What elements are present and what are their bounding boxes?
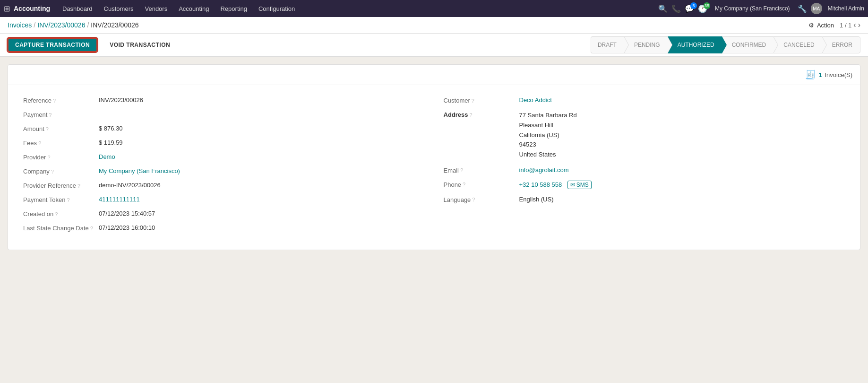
created-on-value: 07/12/2023 15:40:57 <box>99 210 425 217</box>
pager-prev[interactable]: ‹ <box>853 21 856 29</box>
last-state-value: 07/12/2023 16:00:10 <box>99 224 425 231</box>
phone-value: +32 10 588 558 ✉ SMS <box>519 181 845 189</box>
provider-row: Provider ? Demo <box>23 153 425 161</box>
provider-label: Provider ? <box>23 153 99 161</box>
invoice-badge[interactable]: 🧾 1 Invoice(S) <box>805 70 852 80</box>
customer-label: Customer ? <box>444 96 519 104</box>
fees-value: $ 119.59 <box>99 139 425 146</box>
language-help-icon[interactable]: ? <box>472 197 475 202</box>
payment-label: Payment ? <box>23 111 99 118</box>
reference-label: Reference ? <box>23 96 99 104</box>
activity-badge: 35 <box>704 2 710 9</box>
nav-configuration[interactable]: Configuration <box>254 3 300 14</box>
transaction-card: 🧾 1 Invoice(S) Reference ? INV/2023/0002… <box>8 64 860 250</box>
form-content: Reference ? INV/2023/00026 Payment ? Amo… <box>8 85 860 250</box>
payment-token-label: Payment Token ? <box>23 196 99 203</box>
settings-icon[interactable]: 🔧 <box>798 4 807 13</box>
nav-accounting[interactable]: Accounting <box>174 3 214 14</box>
pipeline-pending[interactable]: PENDING <box>624 36 668 53</box>
email-row: Email ? info@agrolait.com <box>444 166 845 174</box>
amount-row: Amount ? $ 876.30 <box>23 125 425 132</box>
customer-row: Customer ? Deco Addict <box>444 96 845 104</box>
form-right: Customer ? Deco Addict Address ? 77 Sant… <box>444 96 845 238</box>
breadcrumb-invoices[interactable]: Invoices <box>8 21 32 29</box>
invoice-label: Invoice(S) <box>825 71 852 78</box>
phone-row: Phone ? +32 10 588 558 ✉ SMS <box>444 181 845 189</box>
reference-help-icon[interactable]: ? <box>53 98 56 104</box>
action-button[interactable]: ⚙ Action <box>808 22 834 29</box>
address-label: Address ? <box>444 111 519 118</box>
payment-token-value[interactable]: 411111111111 <box>99 196 425 203</box>
main-content: 🧾 1 Invoice(S) Reference ? INV/2023/0002… <box>0 57 868 258</box>
phone-number[interactable]: +32 10 588 558 <box>519 181 562 188</box>
pager-next[interactable]: › <box>858 21 860 29</box>
email-label: Email ? <box>444 166 519 174</box>
search-icon[interactable]: 🔍 <box>658 4 668 13</box>
amount-help-icon[interactable]: ? <box>46 126 49 132</box>
right-controls: ⚙ Action 1 / 1 ‹ › <box>808 21 860 29</box>
capture-transaction-button[interactable]: CAPTURE TRANSACTION <box>8 38 97 52</box>
provider-help-icon[interactable]: ? <box>47 155 50 160</box>
nav-vendors[interactable]: Vendors <box>140 3 172 14</box>
provider-value[interactable]: Demo <box>99 153 425 160</box>
phone-icon[interactable]: 📞 <box>671 4 681 13</box>
pipeline-error[interactable]: ERROR <box>822 36 860 53</box>
company-row: Company ? My Company (San Francisco) <box>23 167 425 175</box>
provider-ref-row: Provider Reference ? demo-INV/2023/00026 <box>23 182 425 189</box>
last-state-label: Last State Change Date ? <box>23 224 99 232</box>
email-help-icon[interactable]: ? <box>460 167 463 173</box>
phone-help-icon[interactable]: ? <box>463 182 465 187</box>
chat-icon[interactable]: 💬 5 <box>685 4 694 13</box>
action-bar: CAPTURE TRANSACTION VOID TRANSACTION DRA… <box>0 34 868 57</box>
language-value: English (US) <box>519 196 845 203</box>
fees-help-icon[interactable]: ? <box>38 140 41 146</box>
breadcrumb-current: INV/2023/00026 <box>91 21 138 29</box>
top-navigation: ⊞ Accounting Dashboard Customers Vendors… <box>0 0 868 17</box>
payment-row: Payment ? <box>23 111 425 118</box>
sms-button[interactable]: ✉ SMS <box>567 181 592 189</box>
invoice-icon: 🧾 <box>805 70 816 80</box>
payment-token-help-icon[interactable]: ? <box>67 197 69 203</box>
amount-label: Amount ? <box>23 125 99 132</box>
pipeline-canceled[interactable]: CANCELED <box>773 36 822 53</box>
company-label: Company ? <box>23 167 99 175</box>
breadcrumb-inv-1[interactable]: INV/2023/00026 <box>37 21 85 29</box>
app-name: Accounting <box>14 5 50 12</box>
address-value: 77 Santa Barbara Rd Pleasant Hill Califo… <box>519 111 845 160</box>
nav-reporting[interactable]: Reporting <box>216 3 252 14</box>
language-row: Language ? English (US) <box>444 196 845 203</box>
amount-value: $ 876.30 <box>99 125 425 132</box>
gear-icon: ⚙ <box>808 22 814 29</box>
company-value[interactable]: My Company (San Francisco) <box>99 167 425 174</box>
created-on-label: Created on ? <box>23 210 99 218</box>
grid-icon[interactable]: ⊞ <box>4 4 10 13</box>
phone-label: Phone ? <box>444 181 519 188</box>
company-help-icon[interactable]: ? <box>51 169 54 174</box>
fees-label: Fees ? <box>23 139 99 147</box>
last-state-help-icon[interactable]: ? <box>90 226 93 231</box>
customer-value[interactable]: Deco Addict <box>519 96 845 104</box>
reference-row: Reference ? INV/2023/00026 <box>23 96 425 104</box>
fees-row: Fees ? $ 119.59 <box>23 139 425 147</box>
pipeline-draft[interactable]: DRAFT <box>591 36 624 53</box>
address-line-5: United States <box>519 150 845 160</box>
provider-ref-label: Provider Reference ? <box>23 182 99 189</box>
email-value[interactable]: info@agrolait.com <box>519 166 845 174</box>
pipeline-confirmed[interactable]: CONFIRMED <box>722 36 774 53</box>
payment-help-icon[interactable]: ? <box>49 112 52 118</box>
nav-dashboard[interactable]: Dashboard <box>58 3 97 14</box>
customer-help-icon[interactable]: ? <box>472 98 474 104</box>
company-name: My Company (San Francisco) <box>715 5 790 12</box>
activity-icon[interactable]: 🕐 35 <box>698 4 707 13</box>
provider-ref-value: demo-INV/2023/00026 <box>99 182 425 189</box>
pipeline-authorized[interactable]: AUTHORIZED <box>668 36 722 53</box>
provider-ref-help-icon[interactable]: ? <box>77 183 80 189</box>
invoice-count: 1 <box>818 71 822 78</box>
address-line-4: 94523 <box>519 140 845 150</box>
created-on-help-icon[interactable]: ? <box>55 211 58 217</box>
address-help-icon[interactable]: ? <box>470 112 473 118</box>
reference-value: INV/2023/00026 <box>99 96 425 104</box>
last-state-row: Last State Change Date ? 07/12/2023 16:0… <box>23 224 425 232</box>
nav-customers[interactable]: Customers <box>99 3 138 14</box>
void-transaction-button[interactable]: VOID TRANSACTION <box>103 39 177 51</box>
